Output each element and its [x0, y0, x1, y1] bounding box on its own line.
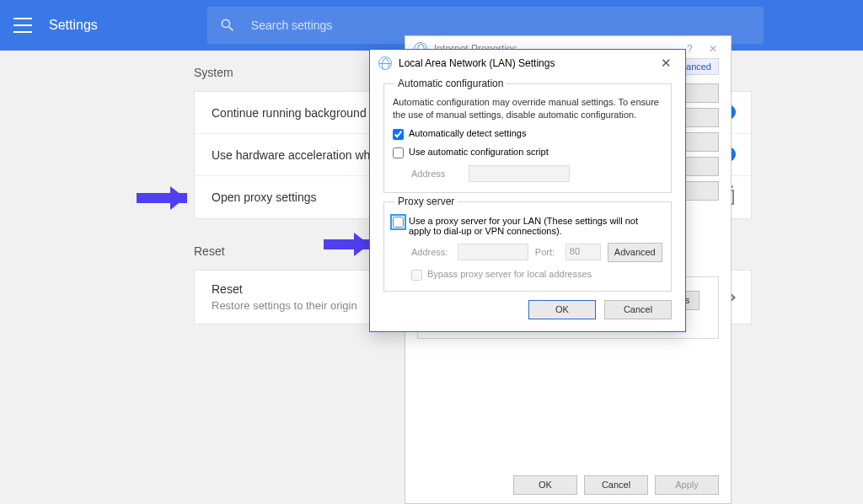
proxy-port-label: Port:: [535, 247, 559, 257]
lan-settings-window: Local Area Network (LAN) Settings ✕ Auto…: [369, 49, 686, 332]
auto-config-heading: Automatic configuration: [394, 78, 507, 89]
page-title: Settings: [49, 18, 98, 33]
use-proxy-checkbox[interactable]: Use a proxy server for your LAN (These s…: [393, 216, 662, 236]
cancel-button[interactable]: Cancel: [604, 300, 672, 319]
globe-icon: [378, 56, 392, 70]
checkbox-label: Automatically detect settings: [409, 128, 526, 138]
menu-icon[interactable]: [13, 18, 32, 33]
annotation-arrow: [137, 193, 187, 203]
reset-sub: Restore settings to their origin: [212, 299, 357, 312]
ok-button[interactable]: OK: [513, 475, 577, 495]
row-label: Open proxy settings: [212, 190, 317, 204]
auto-config-group: Automatic configuration Automatic config…: [383, 83, 672, 193]
proxy-server-group: Proxy server Use a proxy server for your…: [383, 201, 672, 292]
checkbox-label: Bypass proxy server for local addresses: [427, 269, 592, 279]
proxy-address-label: Address:: [411, 247, 451, 257]
search-icon: [219, 17, 236, 34]
checkbox-icon[interactable]: [393, 217, 404, 228]
script-address-field: [469, 165, 570, 182]
apply-button: Apply: [655, 475, 719, 495]
search-placeholder: Search settings: [251, 19, 333, 32]
ok-button[interactable]: OK: [528, 300, 596, 319]
help-icon[interactable]: ?: [687, 43, 693, 55]
bypass-local-checkbox: Bypass proxy server for local addresses: [411, 269, 662, 281]
checkbox-label: Use automatic configuration script: [409, 147, 549, 157]
auto-config-text: Automatic configuration may override man…: [393, 96, 662, 121]
proxy-port-field: 80: [566, 244, 601, 260]
advanced-button[interactable]: Advanced: [608, 243, 662, 262]
proxy-heading: Proxy server: [394, 196, 458, 207]
checkbox-icon[interactable]: [393, 147, 404, 158]
checkbox-label: Use a proxy server for your LAN (These s…: [409, 216, 662, 236]
lan-titlebar: Local Area Network (LAN) Settings ✕: [370, 50, 685, 77]
lan-title-text: Local Area Network (LAN) Settings: [399, 57, 555, 69]
close-icon[interactable]: ✕: [704, 41, 722, 56]
close-icon[interactable]: ✕: [656, 54, 677, 72]
auto-detect-checkbox[interactable]: Automatically detect settings: [393, 128, 662, 140]
row-label: Use hardware acceleration wh: [212, 148, 370, 162]
reset-title: Reset: [212, 282, 357, 296]
proxy-address-field: [458, 244, 528, 260]
checkbox-icon[interactable]: [393, 129, 404, 140]
row-label: Continue running background: [212, 106, 367, 120]
annotation-arrow: [324, 239, 371, 249]
cancel-button[interactable]: Cancel: [584, 475, 648, 495]
checkbox-icon: [411, 270, 422, 281]
address-label: Address: [411, 169, 462, 179]
auto-script-checkbox[interactable]: Use automatic configuration script: [393, 147, 662, 158]
